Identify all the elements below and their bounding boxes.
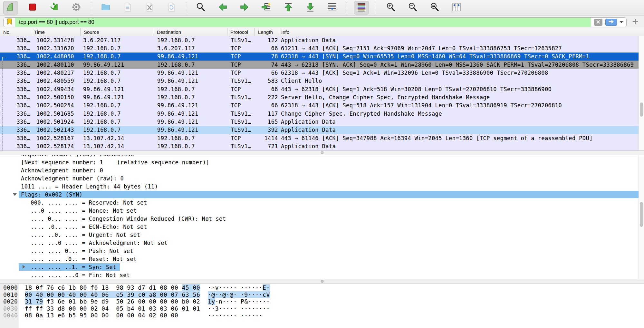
hex-bytes[interactable]: 00 40 00 00 40 00 40 06 e5 39 c0 a8 00 0…: [25, 291, 200, 298]
detail-row-cwr-flag[interactable]: .... 0... .... = Congestion Window Reduc…: [0, 215, 639, 223]
colorize-packets-button[interactable]: [354, 1, 369, 14]
hex-ascii[interactable]: 1y·n···· P&······: [208, 298, 270, 305]
detail-row-urgent-flag[interactable]: .... ..0. .... = Urgent: Not set: [0, 231, 639, 239]
packet-row[interactable]: 336…1002.502143192.168.0.799.86.49.121TL…: [0, 126, 639, 134]
go-back-button[interactable]: [215, 1, 230, 14]
column-header-no[interactable]: No.: [0, 28, 32, 36]
hex-bytes[interactable]: 18 0f 76 c6 1b 80 f0 18 98 93 d7 d1 08 0…: [25, 284, 200, 291]
packet-row[interactable]: 336…1002.52817413.107.42.14192.168.0.7TL…: [0, 142, 639, 150]
filter-history-dropdown[interactable]: [620, 21, 623, 23]
packet-destination: 192.168.0.7: [154, 37, 227, 43]
packet-row[interactable]: 336…1002.331620192.168.0.73.6.207.117TCP…: [0, 44, 639, 52]
reload-file-button[interactable]: [164, 1, 179, 14]
close-file-button[interactable]: [142, 1, 157, 14]
go-forward-button[interactable]: [237, 1, 252, 14]
go-first-packet-button[interactable]: [281, 1, 296, 14]
packet-row[interactable]: 336…1002.501924192.168.0.799.86.49.121TL…: [0, 118, 639, 126]
colorize-icon: [356, 2, 367, 14]
hex-ascii[interactable]: ········ ······: [208, 312, 263, 319]
hex-bytes[interactable]: 08 0a 13 e6 b5 95 00 00 00 00 04 02 00 0…: [25, 312, 178, 319]
scrollbar-thumb[interactable]: [640, 102, 643, 117]
column-header-info[interactable]: Info: [279, 28, 644, 36]
zoom-reset-button[interactable]: [427, 1, 442, 14]
add-filter-button[interactable]: [631, 19, 639, 26]
hex-ascii[interactable]: ·@··@·@· ·9····cV: [208, 291, 270, 298]
column-header-length[interactable]: Length: [255, 28, 279, 36]
detail-row-reserved-flag[interactable]: 000. .... .... = Reserved: Not set: [0, 198, 639, 207]
packet-length: 74: [255, 62, 279, 68]
hex-line[interactable]: 0020 31 79 f3 6e 01 bb 9e d9 50 26 00 00…: [0, 298, 644, 305]
go-to-packet-button[interactable]: [259, 1, 274, 14]
detail-row-reset-flag[interactable]: .... .... .0.. = Reset: Not set: [0, 255, 639, 263]
restart-capture-button[interactable]: [47, 1, 62, 14]
auto-scroll-button[interactable]: [325, 1, 340, 14]
resize-columns-button[interactable]: [449, 1, 464, 14]
pane-splitter[interactable]: [0, 279, 644, 284]
arrow-up-bar-icon: [283, 2, 293, 14]
close-document-icon: [144, 2, 155, 14]
details-scrollbar[interactable]: [639, 155, 644, 279]
scrollbar-thumb[interactable]: [640, 202, 643, 227]
detail-row-syn-flag-highlighted[interactable]: .... .... ..1. = Syn: Set: [0, 263, 639, 271]
packet-row[interactable]: 336…1002.480559192.168.0.799.86.49.121TL…: [0, 77, 639, 85]
zoom-out-button[interactable]: [405, 1, 420, 14]
detail-row-flags-selected[interactable]: Flags: 0x002 (SYN): [0, 190, 639, 198]
gear-icon: [71, 2, 82, 14]
detail-row-sequence-number-raw[interactable]: Sequence number (raw): 2665041958: [0, 155, 639, 158]
hex-ascii[interactable]: ··3····· ········: [208, 305, 270, 312]
restart-fin-icon: [49, 2, 60, 14]
hex-bytes[interactable]: ff ff 33 d8 00 00 02 04 05 b4 01 03 03 0…: [25, 305, 200, 312]
pane-splitter[interactable]: [0, 150, 644, 155]
hex-line[interactable]: 0000 18 0f 76 c6 1b 80 f0 18 98 93 d7 d1…: [0, 284, 644, 291]
packet-info: Application Data: [279, 143, 639, 150]
packet-source: 99.86.49.121: [81, 86, 154, 92]
packet-row[interactable]: 336…1002.500254192.168.0.799.86.49.121TC…: [0, 101, 639, 110]
packet-row[interactable]: 336…1002.48011099.86.49.121192.168.0.7TC…: [0, 61, 639, 69]
packet-row[interactable]: 336…1002.501685192.168.0.799.86.49.121TL…: [0, 110, 639, 118]
detail-row-acknowledgment-number-raw[interactable]: Acknowledgment number (raw): 0: [0, 174, 639, 182]
packet-row[interactable]: 336…1002.50015099.86.49.121192.168.0.7TL…: [0, 93, 639, 101]
packet-details-pane: Sequence number (raw): 2665041958 [Next …: [0, 155, 639, 279]
collapse-triangle-icon[interactable]: [13, 193, 17, 196]
expand-triangle-icon[interactable]: [23, 265, 25, 269]
packet-info: 61211 → 443 [ACK] Seq=7151 Ack=97069 Win…: [279, 45, 639, 52]
column-header-destination[interactable]: Destination: [154, 28, 227, 36]
hex-ascii[interactable]: ··v····· ······E·: [208, 284, 270, 291]
packet-row[interactable]: 336…1002.52816713.107.42.14192.168.0.7TC…: [0, 134, 639, 142]
save-file-button[interactable]: [120, 1, 135, 14]
filter-bookmark-button[interactable]: [4, 18, 15, 27]
packet-list-scrollbar[interactable]: [639, 36, 644, 150]
packet-row[interactable]: 336…1002.49943499.86.49.121192.168.0.7TC…: [0, 85, 639, 93]
display-filter-field[interactable]: tcp.port == 80 || udp.port == 80: [3, 17, 627, 27]
hex-bytes[interactable]: 31 79 f3 6e 01 bb 9e d9 50 26 00 00 00 0…: [25, 298, 200, 305]
hex-line[interactable]: 0040 08 0a 13 e6 b5 95 00 00 00 00 04 02…: [0, 312, 644, 319]
open-file-button[interactable]: [98, 1, 113, 14]
detail-row-fin-flag[interactable]: .... .... ...0 = Fin: Not set: [0, 271, 639, 279]
detail-text: .... ...0 .... = Acknowledgment: Not set: [31, 240, 168, 246]
column-header-source[interactable]: Source: [81, 28, 154, 36]
column-header-protocol[interactable]: Protocol: [227, 28, 255, 36]
stop-capture-button[interactable]: [25, 1, 40, 14]
apply-filter-button[interactable]: [605, 19, 617, 26]
start-capture-button[interactable]: [3, 1, 18, 14]
zoom-in-button[interactable]: [383, 1, 398, 14]
capture-options-button[interactable]: [69, 1, 84, 14]
find-packet-button[interactable]: [193, 1, 208, 14]
hex-line[interactable]: 0030 ff ff 33 d8 00 00 02 04 05 b4 01 03…: [0, 305, 644, 312]
column-header-time[interactable]: Time: [32, 28, 81, 36]
detail-row-acknowledgment-flag[interactable]: .... ...0 .... = Acknowledgment: Not set: [0, 239, 639, 247]
hex-line[interactable]: 0010 00 40 00 00 40 00 40 06 e5 39 c0 a8…: [0, 291, 644, 298]
packet-row-selected[interactable]: 336…1002.448050192.168.0.799.86.49.121TC…: [0, 53, 639, 61]
packet-length: 66: [255, 86, 279, 92]
detail-row-push-flag[interactable]: .... .... 0... = Push: Not set: [0, 247, 639, 255]
display-filter-input[interactable]: tcp.port == 80 || udp.port == 80: [15, 18, 591, 27]
go-last-packet-button[interactable]: [303, 1, 318, 14]
detail-row-next-sequence-number[interactable]: [Next sequence number: 1 (relative seque…: [0, 158, 639, 166]
clear-filter-button[interactable]: [594, 19, 602, 26]
detail-row-nonce-flag[interactable]: ...0 .... .... = Nonce: Not set: [0, 207, 639, 215]
detail-row-acknowledgment-number[interactable]: Acknowledgment number: 0: [0, 166, 639, 174]
detail-row-ecn-echo-flag[interactable]: .... .0.. .... = ECN-Echo: Not set: [0, 223, 639, 231]
detail-row-header-length[interactable]: 1011 .... = Header Length: 44 bytes (11): [0, 182, 639, 190]
packet-row[interactable]: 336…1002.480217192.168.0.799.86.49.121TC…: [0, 69, 639, 77]
packet-row[interactable]: 336…1002.3314783.6.207.117192.168.0.7TLS…: [0, 36, 639, 44]
